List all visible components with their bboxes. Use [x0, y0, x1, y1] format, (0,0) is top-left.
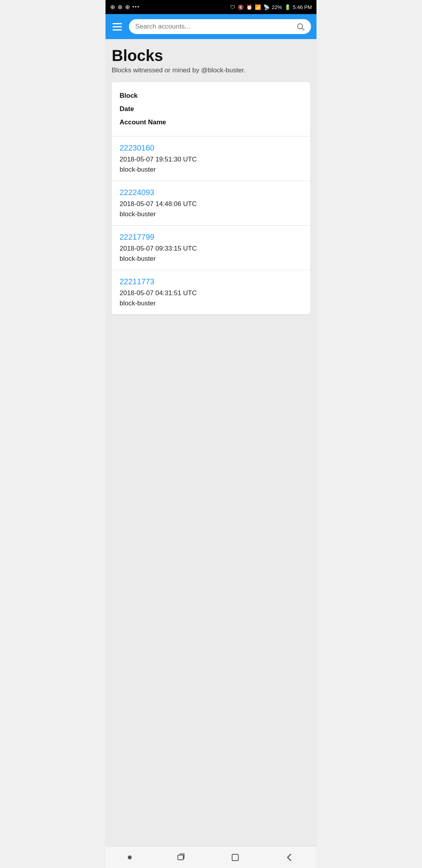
status-bar-left: ⊕ ⊕ ⊕ •••: [110, 4, 140, 11]
search-bar-container: [129, 19, 311, 34]
dot-nav-button[interactable]: [120, 852, 139, 863]
hamburger-menu-button[interactable]: [111, 22, 123, 32]
block-number-link[interactable]: 22211773: [120, 277, 302, 286]
more-icon: •••: [132, 4, 140, 10]
recent-apps-icon: [177, 853, 186, 862]
block-date: 2018-05-07 04:31:51 UTC: [120, 289, 302, 297]
table-row: 22217799 2018-05-07 09:33:15 UTC block-b…: [112, 226, 310, 270]
block-number-link[interactable]: 22230160: [120, 143, 302, 152]
block-date: 2018-05-07 19:51:30 UTC: [120, 156, 302, 163]
dot-icon: [128, 855, 132, 859]
time-display: 5:46 PM: [293, 4, 312, 10]
block-account: block-buster: [120, 299, 302, 307]
recent-apps-button[interactable]: [169, 849, 194, 866]
search-input[interactable]: [135, 23, 293, 30]
svg-line-1: [302, 28, 304, 30]
hamburger-line-2: [113, 26, 122, 27]
block-account: block-buster: [120, 210, 302, 218]
table-row: 22211773 2018-05-07 04:31:51 UTC block-b…: [112, 270, 310, 314]
header: [106, 14, 316, 39]
discord-icon-3: ⊕: [125, 4, 130, 11]
page-subtitle: Blocks witnessed or mined by @block-bust…: [112, 66, 310, 74]
back-button[interactable]: [277, 849, 302, 866]
col-header-block: Block: [120, 89, 302, 102]
hamburger-line-3: [113, 29, 122, 30]
battery-percent: 22%: [272, 4, 282, 10]
status-bar: ⊕ ⊕ ⊕ ••• 🛡 🔇 ⏰ 📶 📡 22% 🔋 5:46 PM: [106, 0, 316, 14]
shield-icon: 🛡: [230, 4, 235, 10]
block-date: 2018-05-07 09:33:15 UTC: [120, 245, 302, 253]
alarm-icon: ⏰: [246, 4, 252, 10]
bottom-navigation: [106, 846, 316, 868]
block-date: 2018-05-07 14:48:06 UTC: [120, 200, 302, 208]
blocks-list: Block Date Account Name 22230160 2018-05…: [112, 82, 310, 314]
page-title: Blocks: [112, 47, 310, 64]
block-account: block-buster: [120, 166, 302, 174]
discord-icon-1: ⊕: [110, 4, 115, 11]
svg-rect-2: [178, 855, 183, 860]
home-button[interactable]: [223, 849, 248, 866]
main-content: Blocks Blocks witnessed or mined by @blo…: [106, 39, 316, 846]
back-icon: [285, 853, 294, 862]
col-header-date: Date: [120, 102, 302, 116]
status-bar-right: 🛡 🔇 ⏰ 📶 📡 22% 🔋 5:46 PM: [230, 4, 312, 10]
table-row: 22224093 2018-05-07 14:48:06 UTC block-b…: [112, 181, 310, 226]
wifi-icon: 📶: [255, 4, 261, 10]
search-button[interactable]: [296, 22, 305, 31]
table-row: 22230160 2018-05-07 19:51:30 UTC block-b…: [112, 136, 310, 181]
block-number-link[interactable]: 22224093: [120, 188, 302, 197]
table-header-row: Block Date Account Name: [112, 82, 310, 136]
battery-icon: 🔋: [284, 4, 291, 10]
block-number-link[interactable]: 22217799: [120, 233, 302, 242]
col-header-account: Account Name: [120, 116, 302, 129]
svg-rect-5: [232, 854, 238, 861]
signal-icon: 📡: [263, 4, 270, 10]
search-icon: [296, 22, 305, 31]
discord-icon-2: ⊕: [118, 4, 123, 11]
home-icon: [231, 853, 240, 862]
block-account: block-buster: [120, 255, 302, 263]
hamburger-line-1: [113, 23, 122, 24]
mute-icon: 🔇: [238, 4, 244, 10]
